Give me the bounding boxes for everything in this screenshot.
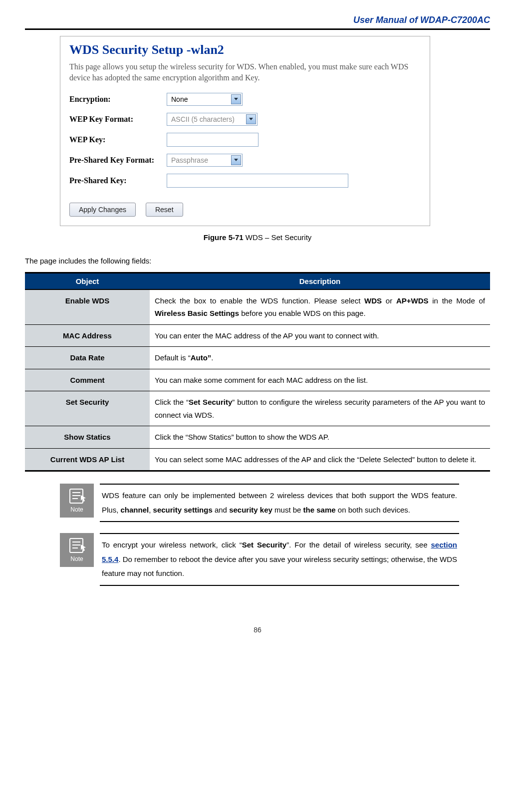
col-object: Object bbox=[25, 272, 150, 289]
screenshot-description: This page allows you setup the wireless … bbox=[60, 61, 430, 91]
wds-security-screenshot: WDS Security Setup -wlan2 This page allo… bbox=[60, 36, 430, 226]
table-row: Data RateDefault is “Auto”. bbox=[25, 347, 490, 369]
description-cell: You can select some MAC addresses of the… bbox=[150, 448, 490, 471]
note-block: NoteTo encrypt your wireless network, cl… bbox=[60, 533, 459, 586]
chevron-down-icon bbox=[231, 155, 241, 165]
table-row: Set SecurityClick the “Set Security” but… bbox=[25, 391, 490, 426]
col-description: Description bbox=[150, 272, 490, 289]
table-row: Show StaticsClick the “Show Statics” but… bbox=[25, 426, 490, 449]
chevron-down-icon bbox=[246, 114, 256, 124]
header-rule bbox=[25, 28, 490, 30]
figure-caption: Figure 5-71 WDS – Set Security bbox=[25, 233, 490, 242]
chevron-down-icon bbox=[231, 94, 241, 104]
psk-format-label: Pre-Shared Key Format: bbox=[69, 156, 167, 165]
description-cell: Click the “Show Statics” button to show … bbox=[150, 426, 490, 449]
note-text: WDS feature can only be implemented betw… bbox=[100, 484, 459, 522]
note-icon-label: Note bbox=[70, 555, 83, 562]
note-text: To encrypt your wireless network, click … bbox=[100, 533, 459, 586]
object-cell: MAC Address bbox=[25, 324, 150, 347]
description-cell: Default is “Auto”. bbox=[150, 347, 490, 369]
fields-table: Object Description Enable WDSCheck the b… bbox=[25, 272, 490, 472]
description-cell: You can enter the MAC address of the AP … bbox=[150, 324, 490, 347]
table-row: MAC AddressYou can enter the MAC address… bbox=[25, 324, 490, 347]
object-cell: Set Security bbox=[25, 391, 150, 426]
description-cell: Click the “Set Security” button to confi… bbox=[150, 391, 490, 426]
wep-key-label: WEP Key: bbox=[69, 135, 167, 144]
description-cell: You can make some comment for each MAC a… bbox=[150, 369, 490, 391]
note-block: NoteWDS feature can only be implemented … bbox=[60, 484, 459, 522]
page-number: 86 bbox=[25, 626, 490, 634]
table-row: CommentYou can make some comment for eac… bbox=[25, 369, 490, 391]
wep-key-input[interactable] bbox=[167, 133, 258, 147]
note-icon: Note bbox=[60, 484, 94, 518]
screenshot-title: WDS Security Setup -wlan2 bbox=[60, 36, 430, 61]
encryption-label: Encryption: bbox=[69, 95, 167, 104]
psk-input[interactable] bbox=[167, 174, 348, 188]
object-cell: Show Statics bbox=[25, 426, 150, 449]
figure-text: WDS – Set Security bbox=[244, 233, 312, 242]
description-cell: Check the box to enable the WDS function… bbox=[150, 289, 490, 325]
psk-format-select: Passphrase bbox=[167, 154, 243, 167]
table-row: Enable WDSCheck the box to enable the WD… bbox=[25, 289, 490, 325]
encryption-value: None bbox=[167, 95, 192, 103]
note-icon-label: Note bbox=[70, 506, 83, 513]
wep-format-label: WEP Key Format: bbox=[69, 115, 167, 124]
figure-label: Figure 5-71 bbox=[204, 233, 244, 242]
object-cell: Data Rate bbox=[25, 347, 150, 369]
object-cell: Comment bbox=[25, 369, 150, 391]
psk-label: Pre-Shared Key: bbox=[69, 176, 167, 185]
manual-header: User Manual of WDAP-C7200AC bbox=[25, 15, 490, 25]
wep-format-select: ASCII (5 characters) bbox=[167, 113, 258, 126]
encryption-select[interactable]: None bbox=[167, 93, 243, 106]
reset-button[interactable]: Reset bbox=[146, 203, 183, 217]
object-cell: Current WDS AP List bbox=[25, 448, 150, 471]
table-row: Current WDS AP ListYou can select some M… bbox=[25, 448, 490, 471]
apply-changes-button[interactable]: Apply Changes bbox=[69, 203, 136, 217]
psk-format-value: Passphrase bbox=[167, 156, 212, 164]
intro-text: The page includes the following fields: bbox=[25, 257, 490, 265]
note-icon: Note bbox=[60, 533, 94, 567]
wep-format-value: ASCII (5 characters) bbox=[167, 115, 239, 123]
object-cell: Enable WDS bbox=[25, 289, 150, 325]
